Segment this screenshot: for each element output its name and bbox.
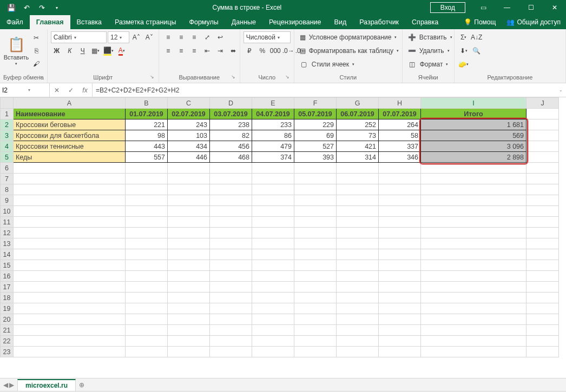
cell[interactable] — [526, 271, 559, 282]
align-middle-button[interactable]: ≡ — [175, 31, 187, 43]
cell[interactable] — [252, 282, 294, 293]
sheet-nav-prev-icon[interactable]: ◀ — [3, 381, 8, 389]
cell[interactable]: Итого — [421, 109, 526, 119]
cell[interactable] — [379, 163, 421, 174]
row-header[interactable]: 14 — [1, 249, 14, 260]
number-format-combo[interactable]: Числовой▾ — [243, 31, 291, 43]
cell[interactable] — [379, 238, 421, 249]
cell[interactable] — [210, 206, 252, 217]
signin-button[interactable]: Вход — [430, 2, 465, 13]
cell[interactable]: 314 — [337, 152, 379, 163]
cell[interactable] — [294, 325, 337, 336]
cell[interactable] — [526, 249, 559, 260]
cell[interactable] — [421, 228, 526, 238]
cell[interactable]: 07.07.2019 — [379, 109, 421, 119]
cell[interactable] — [526, 347, 559, 357]
cell[interactable] — [379, 303, 421, 314]
cell[interactable] — [294, 195, 337, 206]
formula-bar[interactable]: =B2+C2+D2+E2+F2+G2+H2 ⌄ — [93, 83, 566, 97]
align-top-button[interactable]: ≡ — [162, 31, 174, 43]
column-header[interactable]: I — [421, 98, 526, 109]
cell[interactable] — [168, 293, 210, 303]
cell[interactable] — [252, 184, 294, 195]
cell[interactable] — [210, 260, 252, 271]
cell[interactable] — [168, 303, 210, 314]
bold-button[interactable]: Ж — [51, 45, 63, 57]
cell[interactable] — [294, 282, 337, 293]
tab-formulas[interactable]: Формулы — [182, 15, 225, 29]
cell[interactable]: 58 — [379, 130, 421, 141]
cell[interactable] — [337, 293, 379, 303]
cell[interactable] — [126, 347, 168, 357]
row-header[interactable]: 20 — [1, 314, 14, 325]
cell[interactable] — [210, 238, 252, 249]
cell-total[interactable]: 569 — [421, 130, 526, 141]
italic-button[interactable]: К — [64, 45, 76, 57]
font-name-combo[interactable]: Calibri▾ — [51, 31, 107, 43]
cell[interactable] — [126, 206, 168, 217]
cell[interactable]: 05.07.2019 — [294, 109, 337, 119]
cell[interactable]: 252 — [337, 119, 379, 130]
row-header[interactable]: 2 — [1, 119, 14, 130]
cell[interactable]: 393 — [294, 152, 337, 163]
fill-button[interactable]: ⬇▾ — [458, 45, 470, 57]
tell-me[interactable]: 💡Помощ — [458, 15, 501, 29]
cell[interactable] — [126, 271, 168, 282]
cell[interactable] — [337, 271, 379, 282]
cell[interactable] — [294, 249, 337, 260]
cell[interactable] — [337, 336, 379, 347]
cell[interactable] — [168, 217, 210, 228]
cell[interactable] — [168, 249, 210, 260]
cell[interactable] — [252, 195, 294, 206]
cell[interactable] — [14, 184, 126, 195]
tab-help[interactable]: Справка — [405, 15, 445, 29]
cell[interactable] — [126, 174, 168, 184]
cell[interactable] — [379, 271, 421, 282]
cell[interactable]: 82 — [210, 130, 252, 141]
align-right-button[interactable]: ≡ — [188, 45, 200, 57]
cell[interactable] — [14, 303, 126, 314]
cell[interactable] — [294, 228, 337, 238]
row-header[interactable]: 15 — [1, 260, 14, 271]
cell[interactable] — [337, 228, 379, 238]
dialog-launcher-icon[interactable]: ↘ — [149, 74, 155, 81]
cell[interactable] — [210, 325, 252, 336]
tab-insert[interactable]: Вставка — [70, 15, 108, 29]
cell[interactable]: 264 — [379, 119, 421, 130]
cell[interactable]: 69 — [294, 130, 337, 141]
cell[interactable] — [252, 174, 294, 184]
cell[interactable] — [379, 325, 421, 336]
cell[interactable] — [210, 217, 252, 228]
cell[interactable] — [252, 336, 294, 347]
cell[interactable] — [126, 282, 168, 293]
cell[interactable] — [337, 184, 379, 195]
sheet-tab-active[interactable]: microexcel.ru — [17, 379, 76, 391]
cell[interactable] — [421, 260, 526, 271]
column-header[interactable]: D — [210, 98, 252, 109]
cell[interactable] — [168, 282, 210, 293]
row-header[interactable]: 8 — [1, 184, 14, 195]
shrink-font-button[interactable]: A˅ — [143, 31, 155, 43]
merge-button[interactable]: ⬌ — [227, 45, 239, 57]
cell[interactable]: 337 — [379, 141, 421, 152]
cell[interactable]: 346 — [379, 152, 421, 163]
tab-page-layout[interactable]: Разметка страницы — [108, 15, 182, 29]
row-header[interactable]: 21 — [1, 325, 14, 336]
find-select-button[interactable]: 🔍 — [471, 45, 483, 57]
cell[interactable] — [421, 336, 526, 347]
fill-color-button[interactable]: ⬛▾ — [103, 45, 115, 57]
cell[interactable] — [337, 347, 379, 357]
cell[interactable] — [252, 325, 294, 336]
cell[interactable] — [526, 206, 559, 217]
row-header[interactable]: 13 — [1, 238, 14, 249]
cell[interactable] — [252, 271, 294, 282]
row-header[interactable]: 4 — [1, 141, 14, 152]
cancel-formula-icon[interactable]: ✕ — [50, 87, 64, 94]
cell[interactable] — [294, 347, 337, 357]
cell[interactable]: 233 — [252, 119, 294, 130]
cell[interactable]: Кроссовки беговые — [14, 119, 126, 130]
cell[interactable] — [126, 314, 168, 325]
cell[interactable] — [252, 303, 294, 314]
cell[interactable] — [379, 206, 421, 217]
cell[interactable] — [526, 260, 559, 271]
